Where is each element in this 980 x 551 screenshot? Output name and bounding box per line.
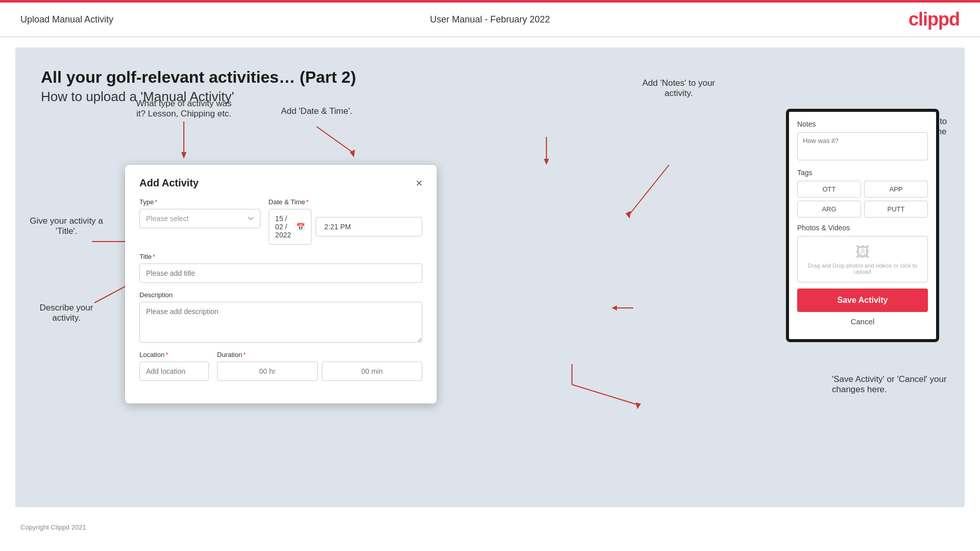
duration-hr-input[interactable]	[217, 362, 318, 381]
tag-putt[interactable]: PUTT	[864, 201, 928, 218]
datetime-group: 15 / 02 / 2022 📅	[269, 209, 422, 245]
svg-marker-17	[626, 211, 631, 219]
main-content: All your golf-relevant activities… (Part…	[15, 47, 965, 507]
svg-marker-3	[350, 150, 355, 157]
page-title: All your golf-relevant activities… (Part…	[41, 68, 939, 87]
annotation-describe: Describe your activity.	[26, 303, 107, 323]
svg-marker-19	[612, 305, 617, 310]
tag-arg[interactable]: ARG	[797, 201, 861, 218]
footer: Copyright Clippd 2021	[0, 517, 980, 537]
modal-title: Add Activity	[139, 177, 199, 189]
page-header-center: User Manual - February 2022	[430, 14, 550, 25]
notes-section-label: Notes	[797, 120, 928, 128]
annotation-save: 'Save Activity' or 'Cancel' your changes…	[832, 374, 949, 395]
annotation-give-title: Give your activity a 'Title'.	[26, 216, 107, 236]
tags-section-label: Tags	[797, 169, 928, 177]
page-header-left: Upload Manual Activity	[20, 14, 113, 25]
svg-marker-22	[636, 402, 641, 409]
add-activity-modal: Add Activity × Type* Please select Date …	[125, 165, 437, 403]
logo: clippd	[909, 9, 960, 30]
tag-app[interactable]: APP	[864, 181, 928, 198]
phone-panel: Notes Tags OTT APP ARG PUTT Photos & Vid…	[786, 109, 939, 342]
top-bar: Upload Manual Activity User Manual - Feb…	[0, 3, 980, 37]
copyright: Copyright Clippd 2021	[20, 523, 86, 531]
photos-section-label: Photos & Videos	[797, 224, 928, 232]
title-input[interactable]	[139, 263, 422, 283]
modal-header: Add Activity ×	[139, 177, 422, 189]
location-input[interactable]	[139, 362, 209, 381]
form-group-type: Type* Please select	[139, 198, 260, 245]
annotation-what-type: What type of activity was it? Lesson, Ch…	[133, 99, 235, 119]
duration-group	[217, 362, 422, 381]
cancel-button[interactable]: Cancel	[797, 312, 928, 331]
form-group-title: Title*	[139, 253, 422, 283]
form-row-location-duration: Location* Duration*	[139, 351, 422, 381]
duration-label: Duration*	[217, 351, 422, 358]
annotation-date-time: Add 'Date & Time'.	[266, 106, 368, 116]
upload-hint: Drag and Drop photos and videos or click…	[805, 262, 920, 275]
type-select[interactable]: Please select	[139, 209, 260, 228]
tag-ott[interactable]: OTT	[797, 181, 861, 198]
save-activity-button[interactable]: Save Activity	[797, 289, 928, 312]
tags-section: Tags OTT APP ARG PUTT	[797, 169, 928, 218]
form-row-type-datetime: Type* Please select Date & Time* 15 / 02…	[139, 198, 422, 245]
svg-line-16	[628, 165, 669, 216]
description-textarea[interactable]	[139, 302, 422, 343]
title-label: Title*	[139, 253, 422, 260]
svg-marker-1	[181, 152, 186, 159]
svg-marker-15	[544, 159, 549, 165]
form-group-description: Description	[139, 291, 422, 343]
photos-upload-area[interactable]: 🖼 Drag and Drop photos and videos or cli…	[797, 236, 928, 282]
calendar-icon[interactable]: 📅	[296, 223, 305, 231]
notes-textarea[interactable]	[797, 132, 928, 160]
description-label: Description	[139, 291, 422, 299]
annotation-notes: Add 'Notes' to your activity.	[628, 78, 730, 99]
modal-close-button[interactable]: ×	[416, 178, 422, 189]
datetime-label: Date & Time*	[269, 198, 422, 206]
tags-grid: OTT APP ARG PUTT	[797, 181, 928, 218]
form-group-location: Location*	[139, 351, 209, 381]
type-label: Type*	[139, 198, 260, 206]
phone-screen-inner: Notes Tags OTT APP ARG PUTT Photos & Vid…	[789, 112, 936, 339]
date-input[interactable]: 15 / 02 / 2022 📅	[269, 209, 312, 245]
form-group-duration: Duration*	[217, 351, 422, 381]
form-group-datetime: Date & Time* 15 / 02 / 2022 📅	[269, 198, 422, 245]
phone-screen: Notes Tags OTT APP ARG PUTT Photos & Vid…	[786, 109, 939, 342]
date-value: 15 / 02 / 2022	[275, 214, 291, 239]
duration-min-input[interactable]	[322, 362, 422, 381]
svg-line-21	[572, 385, 638, 405]
photos-section: Photos & Videos 🖼 Drag and Drop photos a…	[797, 224, 928, 282]
svg-line-2	[317, 127, 352, 152]
location-label: Location*	[139, 351, 209, 358]
image-icon: 🖼	[855, 244, 870, 260]
time-input[interactable]	[316, 217, 422, 236]
